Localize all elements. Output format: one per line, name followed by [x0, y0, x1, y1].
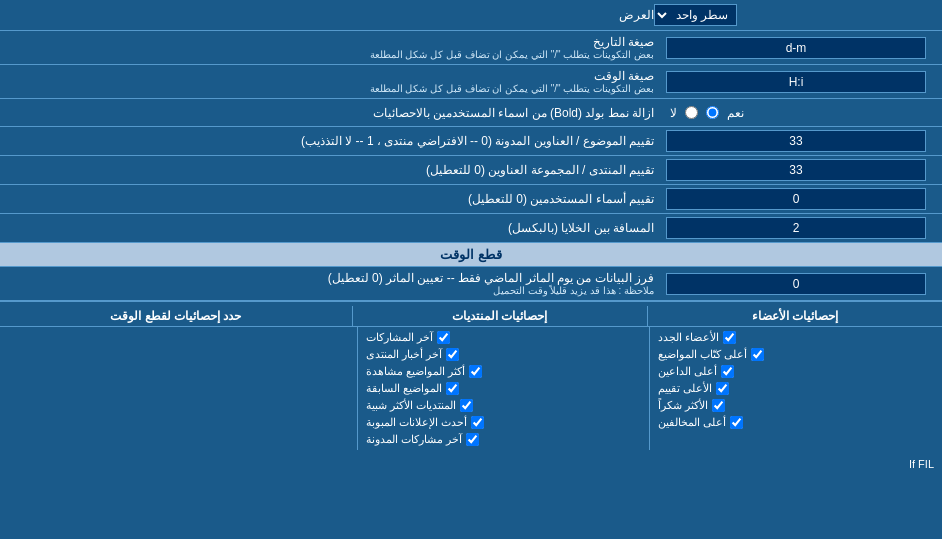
cb-most-viewed-item: أكثر المواضيع مشاهدة	[362, 363, 646, 380]
display-select-wrap: سطر واحد سطرين ثلاثة أسطر	[654, 4, 934, 26]
forum-sort-input[interactable]	[666, 159, 926, 181]
cb-new-members-item: الأعضاء الجدد	[654, 329, 938, 346]
user-sort-label: تقييم أسماء المستخدمين (0 للتعطيل)	[0, 188, 662, 210]
bold-remove-row: ازالة نمط بولد (Bold) من اسماء المستخدمي…	[0, 99, 942, 127]
time-format-row: صيغة الوقت بعض التكوينات يتطلب "/" التي …	[0, 65, 942, 99]
realtime-filter-input-wrap	[662, 270, 942, 298]
user-sort-input-wrap	[662, 185, 942, 213]
checkbox-section: حدد إحصائيات لقطع الوقت إحصائيات المنتدي…	[0, 301, 942, 454]
forum-sort-row: تقييم المنتدى / المجموعة العناوين (0 للت…	[0, 156, 942, 185]
bold-yes-radio[interactable]	[706, 106, 719, 119]
cb-top-visitors[interactable]	[730, 416, 743, 429]
cb-top-rated[interactable]	[716, 382, 729, 395]
cb-new-members[interactable]	[723, 331, 736, 344]
cb-ads-item: أحدث الإعلانات المبوبة	[362, 414, 646, 431]
cb-shares-item: آخر المشاركات	[362, 329, 646, 346]
realtime-section-header: قطع الوقت	[0, 243, 942, 267]
bold-radio-group: لا نعم	[666, 106, 748, 120]
cb-old-topics-item: المواضيع السابقة	[362, 380, 646, 397]
cb-most-thanks[interactable]	[712, 399, 725, 412]
cb-top-invited[interactable]	[721, 365, 734, 378]
cell-spacing-input[interactable]	[666, 217, 926, 239]
members-checkbox-col: الأعضاء الجدد أعلى كتّاب المواضيع أعلى ا…	[650, 327, 942, 450]
date-format-label: صيغة التاريخ بعض التكوينات يتطلب "/" الت…	[0, 31, 662, 64]
cb-top-posters[interactable]	[751, 348, 764, 361]
bold-remove-label: ازالة نمط بولد (Bold) من اسماء المستخدمي…	[0, 102, 662, 124]
cb-top-invited-item: أعلى الداعين	[654, 363, 938, 380]
cell-spacing-label: المسافة بين الخلايا (بالبكسل)	[0, 217, 662, 239]
cb-most-thanks-item: الأكثر شكراً	[654, 397, 938, 414]
date-format-input-wrap	[662, 34, 942, 62]
checkbox-rows: آخر المشاركات آخر أخبار المنتدى أكثر الم…	[0, 327, 942, 450]
time-format-label: صيغة الوقت بعض التكوينات يتطلب "/" التي …	[0, 65, 662, 98]
date-format-input[interactable]	[666, 37, 926, 59]
cb-forum-news[interactable]	[446, 348, 459, 361]
cb-ads[interactable]	[471, 416, 484, 429]
bold-remove-radio-wrap: لا نعم	[662, 103, 942, 123]
cell-spacing-input-wrap	[662, 214, 942, 242]
user-sort-row: تقييم أسماء المستخدمين (0 للتعطيل)	[0, 185, 942, 214]
cb-similar[interactable]	[460, 399, 473, 412]
cb-forum-news-item: آخر أخبار المنتدى	[362, 346, 646, 363]
user-sort-input[interactable]	[666, 188, 926, 210]
time-format-input[interactable]	[666, 71, 926, 93]
display-select[interactable]: سطر واحد سطرين ثلاثة أسطر	[654, 4, 737, 26]
radio-no-label: لا	[670, 106, 677, 120]
cb-top-rated-item: الأعلى تقييم	[654, 380, 938, 397]
cb-noted-posts[interactable]	[466, 433, 479, 446]
cell-spacing-row: المسافة بين الخلايا (بالبكسل)	[0, 214, 942, 243]
cb-similar-item: المنتديات الأكثر شبية	[362, 397, 646, 414]
forum-sort-input-wrap	[662, 156, 942, 184]
cb-noted-posts-item: آخر مشاركات المدونة	[362, 431, 646, 448]
forums-checkbox-col: آخر المشاركات آخر أخبار المنتدى أكثر الم…	[358, 327, 651, 450]
topic-sort-input-wrap	[662, 127, 942, 155]
realtime-filter-input[interactable]	[666, 273, 926, 295]
display-label: العرض	[8, 8, 654, 22]
topic-sort-input[interactable]	[666, 130, 926, 152]
date-format-row: صيغة التاريخ بعض التكوينات يتطلب "/" الت…	[0, 31, 942, 65]
forum-sort-label: تقييم المنتدى / المجموعة العناوين (0 للت…	[0, 159, 662, 181]
checkbox-header-row: حدد إحصائيات لقطع الوقت إحصائيات المنتدي…	[0, 306, 942, 327]
main-container: العرض سطر واحد سطرين ثلاثة أسطر صيغة الت…	[0, 0, 942, 474]
cb-top-posters-item: أعلى كتّاب المواضيع	[654, 346, 938, 363]
cb-most-viewed[interactable]	[469, 365, 482, 378]
display-row: العرض سطر واحد سطرين ثلاثة أسطر	[0, 0, 942, 31]
checkbox-members-header: إحصائيات الأعضاء	[648, 306, 942, 326]
limit-col	[0, 327, 358, 450]
realtime-filter-row: فرز البيانات من يوم الماثر الماضي فقط --…	[0, 267, 942, 301]
realtime-filter-label: فرز البيانات من يوم الماثر الماضي فقط --…	[0, 267, 662, 300]
time-format-input-wrap	[662, 68, 942, 96]
footer-text: If FIL	[0, 454, 942, 474]
cb-shares[interactable]	[437, 331, 450, 344]
topic-sort-label: تقييم الموضوع / العناوين المدونة (0 -- ا…	[0, 130, 662, 152]
checkbox-forums-header: إحصائيات المنتديات	[353, 306, 648, 326]
bold-no-radio[interactable]	[685, 106, 698, 119]
radio-yes-label: نعم	[727, 106, 744, 120]
cb-top-visitors-item: أعلى المخالفين	[654, 414, 938, 431]
cb-old-topics[interactable]	[446, 382, 459, 395]
topic-sort-row: تقييم الموضوع / العناوين المدونة (0 -- ا…	[0, 127, 942, 156]
checkbox-limit-header: حدد إحصائيات لقطع الوقت	[0, 306, 353, 326]
